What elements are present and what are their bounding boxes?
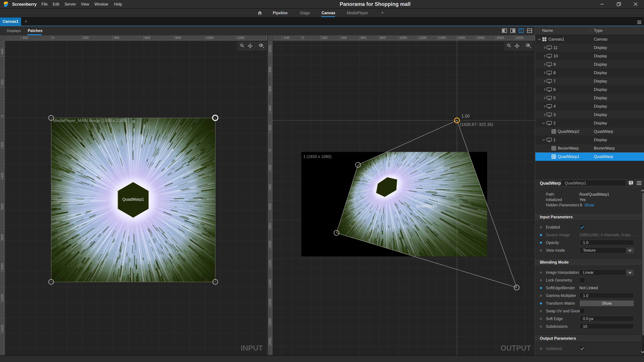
- svg-text:-200: -200: [268, 125, 272, 131]
- svg-text:1000: 1000: [268, 241, 272, 248]
- svg-text:-600: -600: [268, 86, 272, 93]
- svg-text:600: 600: [0, 204, 4, 209]
- svg-text:1600: 1600: [268, 299, 272, 306]
- svg-text:200: 200: [322, 36, 327, 39]
- svg-text:400: 400: [341, 36, 347, 39]
- svg-text:1000: 1000: [0, 263, 4, 271]
- svg-text:0: 0: [0, 115, 4, 117]
- svg-text:1800: 1800: [477, 36, 485, 39]
- svg-text:800: 800: [0, 234, 4, 240]
- svg-text:200: 200: [268, 165, 272, 170]
- svg-text:200: 200: [83, 36, 88, 39]
- svg-text:1400: 1400: [268, 279, 272, 287]
- svg-text:400: 400: [114, 36, 119, 39]
- svg-text:2000: 2000: [268, 338, 272, 345]
- svg-text:1200: 1200: [419, 36, 426, 39]
- svg-text:400: 400: [0, 173, 4, 178]
- svg-text:1200: 1200: [268, 260, 272, 267]
- svg-text:-1000: -1000: [268, 45, 272, 54]
- svg-text:800: 800: [380, 36, 386, 39]
- svg-text:400: 400: [268, 184, 272, 190]
- svg-text:-200: -200: [0, 79, 4, 86]
- svg-text:1400: 1400: [0, 325, 4, 332]
- svg-text:-400: -400: [0, 49, 4, 55]
- svg-text:0: 0: [52, 36, 54, 39]
- svg-text:-200: -200: [22, 36, 28, 39]
- svg-text:1000: 1000: [206, 36, 214, 39]
- svg-text:0: 0: [302, 36, 304, 39]
- svg-text:200: 200: [0, 142, 4, 148]
- svg-text:2200: 2200: [516, 36, 524, 39]
- svg-text:1400: 1400: [438, 36, 446, 39]
- svg-text:800: 800: [175, 36, 181, 39]
- svg-text:1200: 1200: [237, 36, 244, 39]
- svg-text:-400: -400: [268, 105, 272, 112]
- svg-text:-200: -200: [283, 36, 290, 39]
- svg-text:2000: 2000: [496, 36, 504, 39]
- svg-text:1200: 1200: [0, 294, 4, 302]
- svg-text:600: 600: [360, 36, 366, 39]
- svg-text:800: 800: [268, 223, 272, 229]
- svg-text:0: 0: [268, 149, 272, 151]
- svg-text:?: ?: [630, 181, 632, 184]
- svg-text:1000: 1000: [400, 36, 407, 39]
- svg-text:1600: 1600: [458, 36, 465, 39]
- svg-text:600: 600: [268, 204, 272, 209]
- svg-text:600: 600: [144, 36, 150, 39]
- svg-text:-800: -800: [268, 66, 272, 73]
- svg-text:1800: 1800: [268, 318, 272, 326]
